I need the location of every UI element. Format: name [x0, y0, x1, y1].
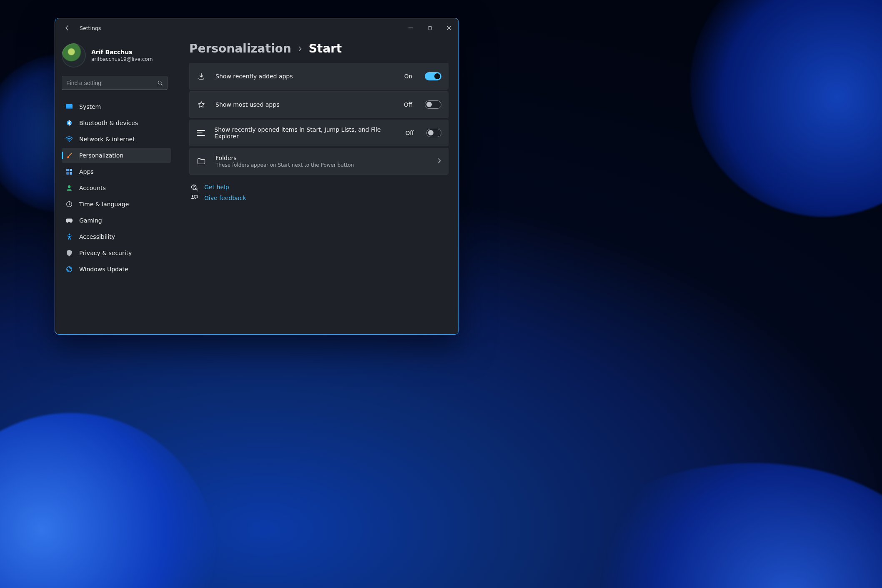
back-button[interactable] [60, 21, 74, 35]
sidebar-item-label: Privacy & security [79, 250, 132, 256]
display-icon [65, 103, 73, 110]
bluetooth-icon [65, 119, 73, 127]
sidebar-item-privacy[interactable]: Privacy & security [62, 245, 171, 260]
svg-point-15 [193, 188, 194, 189]
sidebar-item-accessibility[interactable]: Accessibility [62, 229, 171, 244]
svg-rect-3 [66, 108, 73, 109]
sidebar-item-bluetooth[interactable]: Bluetooth & devices [62, 115, 171, 130]
svg-rect-18 [194, 195, 198, 198]
shield-icon [65, 249, 73, 257]
download-icon [195, 72, 207, 80]
breadcrumb-parent[interactable]: Personalization [189, 42, 291, 55]
paintbrush-icon [65, 152, 73, 159]
sidebar-item-network[interactable]: Network & internet [62, 132, 171, 147]
toggle-show-recently-added[interactable] [425, 72, 441, 80]
svg-point-12 [68, 233, 70, 235]
breadcrumb-current: Start [309, 42, 342, 55]
toggle-state-text: Off [404, 101, 412, 108]
sidebar-item-label: Accounts [79, 185, 106, 191]
setting-label: Show recently opened items in Start, Jum… [214, 126, 388, 140]
minimize-button[interactable] [401, 20, 420, 36]
user-email: arifbacchus19@live.com [91, 56, 153, 62]
clock-globe-icon [65, 200, 73, 208]
toggle-state-text: On [404, 73, 412, 80]
search-icon [156, 80, 164, 86]
setting-label: Show recently added apps [215, 73, 293, 80]
folder-icon [195, 158, 207, 165]
close-button[interactable] [439, 20, 459, 36]
sidebar-item-label: Time & language [79, 201, 129, 208]
sidebar-item-personalization[interactable]: Personalization [62, 148, 171, 163]
star-icon [195, 100, 207, 109]
user-name: Arif Bacchus [91, 49, 153, 56]
svg-rect-7 [70, 169, 72, 171]
sidebar-item-label: Personalization [79, 152, 123, 159]
sidebar-item-label: Gaming [79, 217, 102, 224]
svg-point-17 [192, 195, 193, 197]
svg-point-10 [68, 185, 70, 188]
wifi-icon [65, 135, 73, 143]
avatar [62, 43, 86, 68]
sidebar-item-accounts[interactable]: Accounts [62, 180, 171, 195]
toggle-show-most-used[interactable] [425, 100, 441, 109]
window-controls [401, 20, 459, 36]
person-icon [65, 184, 73, 192]
sidebar-item-label: Network & internet [79, 136, 135, 143]
maximize-button[interactable] [420, 20, 439, 36]
minimize-icon [408, 25, 413, 30]
help-icon [190, 184, 198, 190]
setting-show-most-used[interactable]: Show most used apps Off [189, 91, 449, 118]
sidebar-item-label: Windows Update [79, 266, 128, 273]
help-link-label: Get help [204, 184, 229, 190]
toggle-state-text: Off [406, 130, 414, 136]
gamepad-icon [65, 217, 73, 224]
search-box[interactable] [62, 76, 168, 90]
setting-label: Folders [215, 155, 354, 161]
svg-point-5 [69, 141, 70, 142]
feedback-icon [190, 195, 198, 201]
sidebar-item-system[interactable]: System [62, 99, 171, 114]
svg-rect-6 [66, 169, 69, 171]
sidebar-item-windows-update[interactable]: Windows Update [62, 262, 171, 277]
give-feedback-link[interactable]: Give feedback [190, 195, 449, 201]
svg-rect-9 [70, 172, 72, 175]
search-input[interactable] [66, 80, 156, 86]
maximize-icon [428, 26, 432, 30]
back-arrow-icon [64, 25, 70, 31]
sidebar-item-time-language[interactable]: Time & language [62, 197, 171, 212]
sidebar-item-label: Apps [79, 168, 94, 175]
get-help-link[interactable]: Get help [190, 184, 449, 190]
nav: System Bluetooth & devices Network & int… [62, 99, 171, 277]
sidebar-item-label: Bluetooth & devices [79, 120, 138, 126]
titlebar: Settings [55, 18, 459, 38]
chevron-right-icon [297, 45, 303, 52]
update-icon [65, 265, 73, 273]
svg-rect-0 [428, 26, 431, 30]
window-title: Settings [80, 25, 101, 31]
main-panel: Personalization Start Show recently adde… [176, 38, 459, 334]
breadcrumb: Personalization Start [189, 40, 449, 63]
svg-rect-8 [66, 172, 69, 175]
accessibility-icon [65, 233, 73, 240]
apps-icon [65, 168, 73, 175]
setting-folders[interactable]: Folders These folders appear on Start ne… [189, 148, 449, 175]
setting-label: Show most used apps [215, 101, 279, 108]
sidebar: Arif Bacchus arifbacchus19@live.com Syst… [55, 38, 176, 334]
sidebar-item-label: System [79, 103, 101, 110]
setting-show-recently-added[interactable]: Show recently added apps On [189, 63, 449, 90]
chevron-right-icon [437, 158, 441, 165]
sidebar-item-label: Accessibility [79, 233, 115, 240]
list-icon [195, 129, 206, 137]
toggle-show-recent-items[interactable] [426, 129, 441, 137]
feedback-link-label: Give feedback [204, 195, 246, 201]
sidebar-item-gaming[interactable]: Gaming [62, 213, 171, 228]
close-icon [446, 25, 451, 30]
setting-sublabel: These folders appear on Start next to th… [215, 162, 354, 168]
setting-show-recent-items[interactable]: Show recently opened items in Start, Jum… [189, 120, 449, 146]
settings-window: Settings Arif Bacchus arifbacchus19@live… [55, 18, 459, 335]
sidebar-item-apps[interactable]: Apps [62, 164, 171, 179]
user-account-row[interactable]: Arif Bacchus arifbacchus19@live.com [62, 41, 171, 71]
